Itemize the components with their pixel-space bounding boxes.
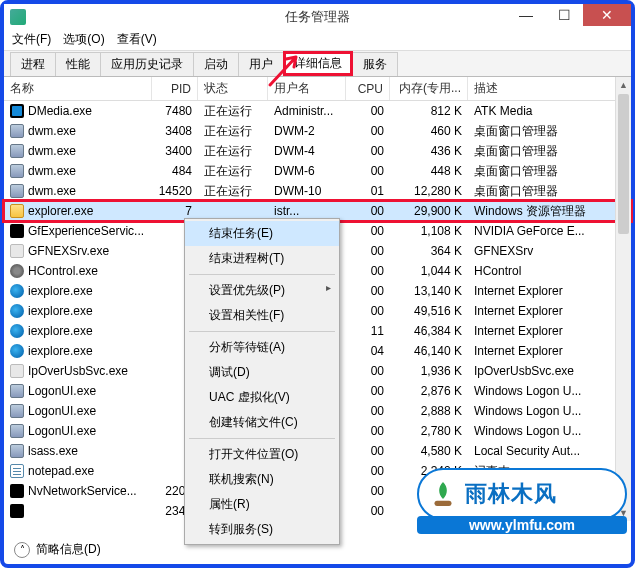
watermark: 雨林木风 www.ylmfu.com [417,468,627,524]
cpu-cell: 00 [346,224,390,238]
process-icon [10,364,24,378]
process-icon [10,404,24,418]
process-name: dwm.exe [28,184,76,198]
mem-cell: 46,140 K [390,344,468,358]
vertical-scrollbar[interactable]: ▲ ▼ [615,77,631,521]
menu-options[interactable]: 选项(O) [63,31,104,48]
pid-cell: 3400 [152,144,198,158]
cpu-cell: 00 [346,364,390,378]
tab-processes[interactable]: 进程 [10,52,56,76]
table-row[interactable]: dwm.exe3400正在运行DWM-400436 K桌面窗口管理器 [4,141,631,161]
tab-services[interactable]: 服务 [352,52,398,76]
ctx-end-tree[interactable]: 结束进程树(T) [185,246,339,271]
process-icon [10,264,24,278]
cpu-cell: 00 [346,104,390,118]
mem-cell: 4,580 K [390,444,468,458]
col-status[interactable]: 状态 [198,77,268,100]
menu-view[interactable]: 查看(V) [117,31,157,48]
process-name: iexplore.exe [28,344,93,358]
mem-cell: 2,876 K [390,384,468,398]
scroll-thumb[interactable] [618,94,629,234]
tab-history[interactable]: 应用历史记录 [100,52,194,76]
close-button[interactable]: ✕ [583,4,631,26]
tab-performance[interactable]: 性能 [55,52,101,76]
collapse-icon[interactable]: ˄ [14,542,30,558]
pid-cell: 3408 [152,124,198,138]
ctx-debug[interactable]: 调试(D) [185,360,339,385]
ctx-prop[interactable]: 属性(R) [185,492,339,517]
pid-cell: 484 [152,164,198,178]
process-icon [10,104,24,118]
table-row[interactable]: dwm.exe3408正在运行DWM-200460 K桌面窗口管理器 [4,121,631,141]
process-icon [10,284,24,298]
cpu-cell: 00 [346,504,390,518]
ctx-end-task[interactable]: 结束任务(E) [185,221,339,246]
mem-cell: 1,044 K [390,264,468,278]
process-name: notepad.exe [28,464,94,478]
scroll-up-icon[interactable]: ▲ [616,77,631,93]
pid-cell: 7480 [152,104,198,118]
desc-cell: Local Security Aut... [468,444,631,458]
cpu-cell: 00 [346,244,390,258]
process-name: LogonUI.exe [28,424,96,438]
mem-cell: 13,140 K [390,284,468,298]
col-mem[interactable]: 内存(专用... [390,77,468,100]
ctx-affinity[interactable]: 设置相关性(F) [185,303,339,328]
app-icon [10,9,26,25]
mem-cell: 12,280 K [390,184,468,198]
separator [189,274,335,275]
mem-cell: 1,936 K [390,364,468,378]
minimize-button[interactable]: — [507,4,545,26]
cpu-cell: 11 [346,324,390,338]
table-row[interactable]: DMedia.exe7480正在运行Administr...00812 KATK… [4,101,631,121]
process-icon [10,384,24,398]
user-cell: istr... [268,204,346,218]
cpu-cell: 00 [346,304,390,318]
mem-cell: 49,516 K [390,304,468,318]
table-row[interactable]: dwm.exe14520正在运行DWM-100112,280 K桌面窗口管理器 [4,181,631,201]
col-desc[interactable]: 描述 [468,77,631,100]
col-user[interactable]: 用户名 [268,77,346,100]
user-cell: Administr... [268,104,346,118]
desc-cell: Windows 资源管理器 [468,203,631,220]
desc-cell: 桌面窗口管理器 [468,143,631,160]
footer: ˄ 简略信息(D) [14,541,101,558]
ctx-openloc[interactable]: 打开文件位置(O) [185,442,339,467]
desc-cell: Internet Explorer [468,324,631,338]
watermark-url: www.ylmfu.com [417,516,627,534]
desc-cell: 桌面窗口管理器 [468,163,631,180]
process-name: HControl.exe [28,264,98,278]
tab-details[interactable]: 详细信息 [283,51,353,76]
svg-rect-0 [435,501,452,506]
tab-users[interactable]: 用户 [238,52,284,76]
cpu-cell: 00 [346,164,390,178]
tab-bar: 进程 性能 应用历史记录 启动 用户 详细信息 服务 [4,51,631,77]
col-name[interactable]: 名称 [4,77,152,100]
desc-cell: NVIDIA GeForce E... [468,224,631,238]
user-cell: DWM-2 [268,124,346,138]
pid-cell: 14520 [152,184,198,198]
desc-cell: Windows Logon U... [468,384,631,398]
menu-file[interactable]: 文件(F) [12,31,51,48]
tab-startup[interactable]: 启动 [193,52,239,76]
table-row[interactable]: dwm.exe484正在运行DWM-600448 K桌面窗口管理器 [4,161,631,181]
footer-label[interactable]: 简略信息(D) [36,541,101,558]
ctx-analyze[interactable]: 分析等待链(A) [185,335,339,360]
ctx-search[interactable]: 联机搜索(N) [185,467,339,492]
desc-cell: Internet Explorer [468,344,631,358]
ctx-gotosvc[interactable]: 转到服务(S) [185,517,339,542]
cpu-cell: 00 [346,404,390,418]
cpu-cell: 00 [346,444,390,458]
titlebar: 任务管理器 — ☐ ✕ [4,4,631,29]
col-cpu[interactable]: CPU [346,77,390,100]
ctx-dump[interactable]: 创建转储文件(C) [185,410,339,435]
ctx-uac[interactable]: UAC 虚拟化(V) [185,385,339,410]
process-icon [10,144,24,158]
process-name: lsass.exe [28,444,78,458]
col-pid[interactable]: PID [152,77,198,100]
separator [189,438,335,439]
cpu-cell: 01 [346,184,390,198]
maximize-button[interactable]: ☐ [545,4,583,26]
ctx-priority[interactable]: 设置优先级(P) [185,278,339,303]
desc-cell: ATK Media [468,104,631,118]
